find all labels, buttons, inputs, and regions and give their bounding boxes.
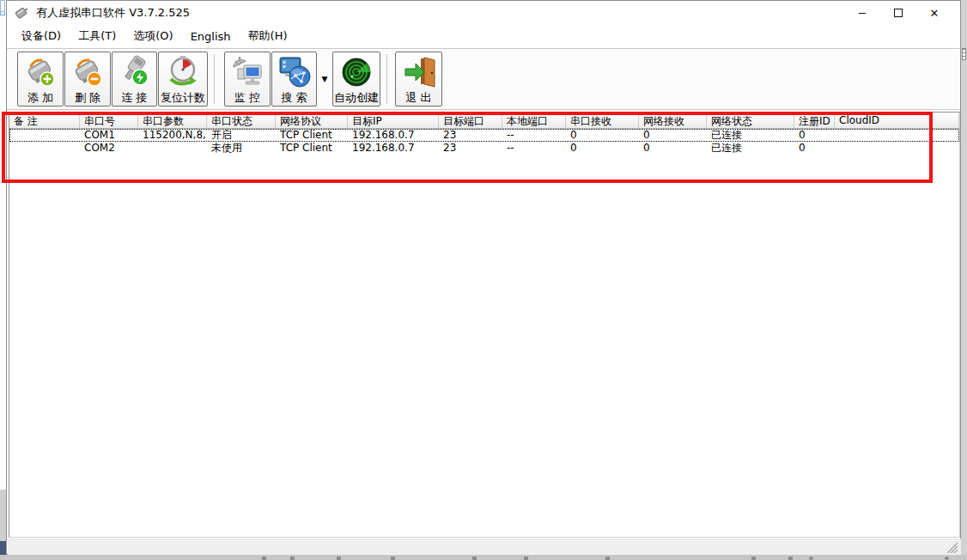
table-cell: 已连接 <box>707 129 794 142</box>
column-header-11[interactable]: 网络状态 <box>707 113 794 129</box>
window-controls: ─ ✕ <box>849 1 947 25</box>
search-dropdown-button[interactable]: ▼ <box>318 52 331 107</box>
table-cell: 115200,N,8,1 <box>138 129 207 142</box>
app-logo-icon <box>14 5 29 21</box>
table-cell: TCP Client <box>276 129 348 142</box>
app-window: 有人虚拟串口软件 V3.7.2.525 ─ ✕ 设备(D) 工具(T) 选项(O… <box>6 0 961 555</box>
background-app-fragment <box>945 557 949 560</box>
toolbar-button-label: 添 加 <box>27 90 53 105</box>
table-cell: 0 <box>639 129 707 142</box>
table-cell: 0 <box>566 142 639 155</box>
menu-bar: 设备(D) 工具(T) 选项(O) English 帮助(H) <box>7 25 960 47</box>
table-body: COM1115200,N,8,1开启TCP Client192.168.0.72… <box>9 129 959 155</box>
table-header: 备 注串口号串口参数串口状态网络协议目标IP目标端口本地端口串口接收网络接收网络… <box>9 113 959 129</box>
column-header-3[interactable]: 串口参数 <box>138 113 207 129</box>
column-header-8[interactable]: 本地端口 <box>502 113 566 129</box>
table-cell <box>9 142 80 155</box>
toolbar-button-label: 复位计数 <box>161 90 205 105</box>
table-cell: 192.168.0.7 <box>348 129 439 142</box>
table-cell: TCP Client <box>276 142 348 155</box>
column-header-4[interactable]: 串口状态 <box>207 113 276 129</box>
column-header-12[interactable]: 注册ID <box>794 113 835 129</box>
exit-button[interactable]: 退 出 <box>395 52 442 107</box>
reset-counter-icon <box>166 55 200 89</box>
connect-button[interactable]: 连 接 <box>112 52 157 107</box>
column-header-5[interactable]: 网络协议 <box>276 113 348 129</box>
device-remove-icon <box>70 55 105 89</box>
background-app-fragment <box>391 557 395 560</box>
delete-device-button[interactable]: 删 除 <box>64 52 111 107</box>
background-window-right-sliver <box>961 0 967 560</box>
column-header-13[interactable]: CloudID <box>835 113 931 129</box>
window-title: 有人虚拟串口软件 V3.7.2.525 <box>36 5 190 21</box>
maximize-icon <box>894 9 903 17</box>
table-cell: 23 <box>439 142 502 155</box>
toolbar-button-label: 自动创建 <box>334 90 379 105</box>
background-fragment <box>0 490 6 541</box>
menu-item-device[interactable]: 设备(D) <box>13 26 70 46</box>
toolbar-button-label: 删 除 <box>75 90 100 105</box>
table-row[interactable]: COM2未使用TCP Client192.168.0.723--00已连接0 <box>9 142 959 155</box>
auto-create-button[interactable]: 自动创建 <box>332 52 380 107</box>
add-device-button[interactable]: 添 加 <box>17 52 64 107</box>
table-cell <box>835 142 931 155</box>
monitor-icon <box>230 55 265 89</box>
table-cell: COM1 <box>80 129 138 142</box>
column-header-10[interactable]: 网络接收 <box>639 113 707 129</box>
status-bar <box>8 539 961 555</box>
table-cell: COM2 <box>80 142 138 155</box>
background-doc-icon-fragment <box>962 48 966 60</box>
background-fragment <box>0 0 5 12</box>
background-app-fragment <box>809 557 813 560</box>
exit-icon <box>402 55 436 89</box>
device-add-icon <box>23 55 58 89</box>
table-cell <box>138 142 207 155</box>
table-cell: 23 <box>439 129 502 142</box>
table-cell: 已连接 <box>707 142 794 155</box>
title-bar[interactable]: 有人虚拟串口软件 V3.7.2.525 ─ ✕ <box>7 1 960 25</box>
search-icon <box>277 55 312 89</box>
background-app-fragment <box>472 557 477 560</box>
table-row[interactable]: COM1115200,N,8,1开启TCP Client192.168.0.72… <box>9 129 959 142</box>
background-app-fragment <box>788 557 793 560</box>
minimize-button[interactable]: ─ <box>849 3 875 23</box>
background-app-fragment <box>337 557 341 560</box>
search-button[interactable]: 搜 索 <box>271 52 317 107</box>
menu-item-english[interactable]: English <box>182 27 240 46</box>
device-list: 备 注串口号串口参数串口状态网络协议目标IP目标端口本地端口串口接收网络接收网络… <box>9 112 960 538</box>
table-cell: -- <box>502 129 566 142</box>
menu-item-help[interactable]: 帮助(H) <box>240 26 296 46</box>
close-button[interactable]: ✕ <box>921 3 947 23</box>
table-cell: 未使用 <box>207 142 276 155</box>
toolbar-separator <box>386 54 388 104</box>
monitor-button[interactable]: 监 控 <box>224 52 271 107</box>
table-cell: 开启 <box>207 129 276 142</box>
background-app-fragment <box>290 557 295 560</box>
table-cell: 0 <box>639 142 707 155</box>
toolbar-button-label: 监 控 <box>234 90 260 105</box>
table-cell: -- <box>502 142 566 155</box>
column-header-6[interactable]: 目标IP <box>348 113 439 129</box>
table-cell: 192.168.0.7 <box>348 142 439 155</box>
table-cell: 0 <box>566 129 639 142</box>
background-window-left-sliver <box>0 0 6 560</box>
table-cell <box>9 129 80 142</box>
toolbar: 添 加 删 除 <box>7 48 960 110</box>
resize-grip[interactable] <box>946 542 958 553</box>
menu-item-tools[interactable]: 工具(T) <box>70 26 125 46</box>
table-cell <box>835 129 931 142</box>
table-cell: 0 <box>794 142 835 155</box>
column-header-2[interactable]: 串口号 <box>80 113 138 129</box>
column-header-7[interactable]: 目标端口 <box>439 113 502 129</box>
maximize-button[interactable] <box>885 3 911 23</box>
column-header-9[interactable]: 串口接收 <box>566 113 639 129</box>
toolbar-button-label: 退 出 <box>405 90 431 105</box>
menu-item-options[interactable]: 选项(O) <box>125 26 181 46</box>
column-header-1[interactable]: 备 注 <box>9 113 80 129</box>
reset-counter-button[interactable]: 复位计数 <box>158 52 208 107</box>
column-header-filler <box>931 113 959 129</box>
background-app-fragment <box>262 557 266 560</box>
connect-icon <box>118 55 152 89</box>
auto-create-icon <box>339 55 374 89</box>
background-app-fragment <box>605 557 610 560</box>
